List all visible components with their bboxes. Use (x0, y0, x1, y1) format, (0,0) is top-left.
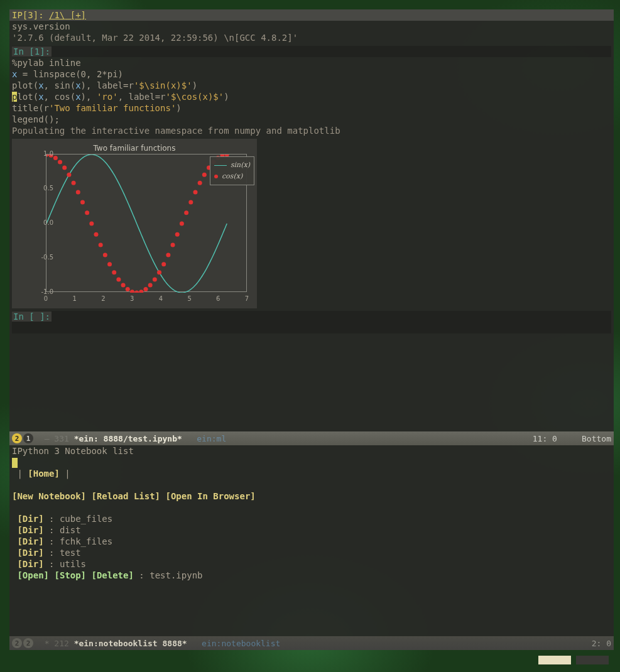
code-line[interactable]: plot(x, cos(x), 'ro', label=r'$\cos(x)$'… (12, 91, 611, 102)
cos-point (161, 262, 166, 266)
cos-point (126, 287, 130, 291)
code-line[interactable]: x = linspace(0, 2*pi) (12, 68, 611, 80)
dir-link[interactable]: [Dir] (17, 548, 43, 558)
plot-legend: sin(x) cos(x) (210, 156, 254, 185)
cos-point (184, 210, 188, 215)
text-cursor (12, 458, 18, 468)
dir-link[interactable]: [Dir] (17, 525, 43, 535)
ip-label: IP[3]: (12, 10, 49, 20)
buffer-name[interactable]: *ein: 8888/test.ipynb* (74, 434, 182, 443)
add-worksheet-button[interactable]: [+] (65, 10, 86, 20)
dir-entry: [Dir] : dist (12, 524, 611, 536)
active-worksheet-tab[interactable]: /1\ (49, 10, 65, 20)
dir-entry: [Dir] : test (12, 547, 611, 558)
xtick-label: 5 (187, 293, 191, 305)
cos-point (103, 252, 107, 257)
cell-1: In [1]: %pylab inline x = linspace(0, 2*… (9, 46, 614, 333)
cos-point (198, 181, 202, 185)
delete-notebook-button[interactable]: [Delete] (91, 570, 133, 580)
notebook-filename: test.ipynb (150, 570, 202, 580)
output-line: '2.7.6 (default, Mar 22 2014, 22:59:56) … (12, 32, 611, 43)
cos-point (202, 173, 207, 177)
major-mode: ein:ml (182, 434, 226, 443)
cos-point (193, 190, 197, 195)
xtick-label: 6 (216, 293, 220, 305)
xtick-label: 7 (245, 293, 249, 305)
dir-name: utils (60, 559, 86, 569)
line-number: 331 (54, 434, 73, 443)
dir-link[interactable]: [Dir] (17, 514, 43, 524)
cos-point (67, 173, 71, 177)
reload-list-button[interactable]: [Reload List] (91, 491, 160, 501)
empty-cell-body[interactable] (12, 322, 611, 333)
taskbar-indicators (538, 656, 609, 664)
dir-name: test (60, 548, 81, 558)
modeline-bottom[interactable]: 2 2 * 212 *ein:notebooklist 8888* ein:no… (9, 636, 614, 650)
code-line[interactable]: %pylab inline (12, 57, 611, 68)
cos-point (53, 156, 58, 160)
indicator-box (576, 656, 609, 664)
cos-point (107, 262, 112, 266)
cos-point (76, 190, 80, 195)
line-number: 212 (54, 639, 73, 648)
cos-point (139, 290, 143, 293)
code-line[interactable]: title(r'Two familiar functions') (12, 102, 611, 114)
open-notebook-button[interactable]: [Open] (17, 570, 49, 580)
cos-point (94, 232, 98, 237)
code-line[interactable]: legend(); (12, 114, 611, 125)
state-badge: 2 (23, 638, 33, 648)
cos-point (148, 283, 153, 288)
ytick-label: 0.0 (43, 217, 53, 229)
cos-point (112, 270, 116, 274)
new-notebook-button[interactable]: [New Notebook] (12, 491, 86, 501)
legend-entry: sin(x) (214, 160, 250, 171)
cos-point (58, 160, 62, 164)
cursor-position: 11: 0 (533, 434, 557, 443)
xtick-label: 2 (101, 293, 105, 305)
dir-link[interactable]: [Dir] (17, 536, 43, 546)
file-entry: [Open] [Stop] [Delete] : test.ipynb (12, 570, 611, 581)
cos-point (72, 181, 76, 185)
cos-point (166, 252, 170, 257)
cos-point (89, 222, 94, 226)
dir-link[interactable]: [Dir] (17, 559, 43, 569)
cos-point (130, 290, 134, 293)
cos-point (62, 166, 67, 170)
dir-name: cube_files (60, 514, 112, 524)
indicator-box (538, 656, 571, 664)
cos-point (157, 270, 161, 274)
cos-point (153, 277, 157, 281)
xtick-label: 0 (44, 293, 48, 305)
notebooklist-pane[interactable]: IPython 3 Notebook list | [Home] | [New … (9, 445, 614, 636)
matplotlib-plot: Two familiar functions -1.0-0.50.00.51.0… (12, 139, 257, 308)
code-line[interactable]: plot(x, sin(x), label=r'$\sin(x)$') (12, 80, 611, 91)
input-prompt: In [1]: (12, 46, 52, 57)
input-prompt-empty: In [ ]: (12, 312, 52, 322)
cos-point (188, 200, 193, 205)
cos-point (116, 277, 121, 281)
home-link[interactable]: [Home] (28, 469, 60, 479)
notebook-pane[interactable]: IP[3]: /1\ [+] sys.version '2.7.6 (defau… (9, 9, 614, 431)
ytick-label: 0.5 (43, 183, 53, 194)
window-number-badge: 2 (12, 638, 22, 648)
xtick-label: 4 (159, 293, 163, 305)
cos-point (171, 242, 175, 247)
modeline-top[interactable]: 2 1 — 331 *ein: 8888/test.ipynb* ein:ml … (9, 431, 614, 445)
major-mode: ein:notebooklist (187, 639, 281, 648)
output-line: Populating the interactive namespace fro… (12, 125, 611, 136)
xtick-label: 1 (73, 293, 77, 305)
stop-notebook-button[interactable]: [Stop] (54, 570, 86, 580)
code-line[interactable]: sys.version (12, 21, 611, 32)
open-in-browser-button[interactable]: [Open In Browser] (165, 491, 255, 501)
buffer-name[interactable]: *ein:notebooklist 8888* (74, 639, 187, 648)
ytick-label: 1.0 (43, 148, 53, 160)
worksheet-tabs: IP[3]: /1\ [+] (9, 9, 614, 21)
xtick-label: 3 (130, 293, 134, 305)
cos-point (134, 291, 139, 293)
scroll-position: Bottom (582, 434, 611, 443)
ytick-label: -0.5 (41, 252, 53, 263)
dir-entry: [Dir] : utils (12, 558, 611, 570)
cos-point (180, 222, 184, 226)
cos-point (121, 283, 126, 288)
cell-output-top: sys.version '2.7.6 (default, Mar 22 2014… (9, 21, 614, 43)
